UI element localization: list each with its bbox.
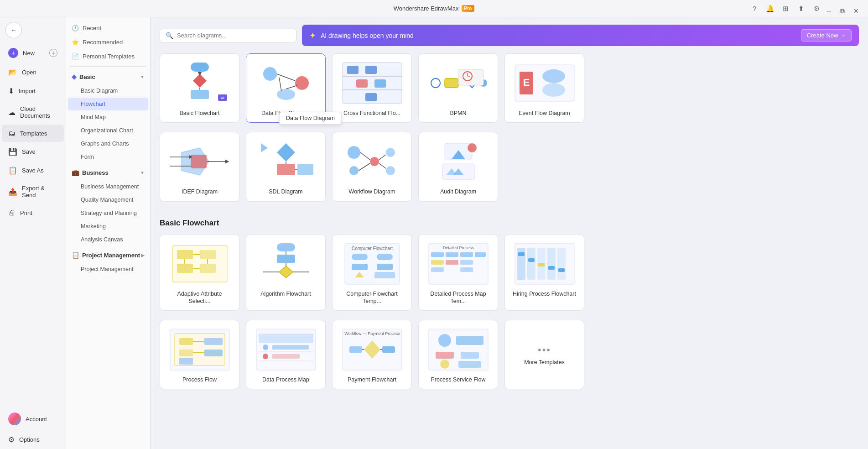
template-workflow[interactable]: Workflow Diagram	[332, 132, 412, 201]
svg-point-50	[386, 166, 395, 175]
svg-rect-81	[352, 264, 368, 270]
template-sdl[interactable]: SDL Diagram	[246, 132, 326, 201]
account-avatar	[8, 412, 21, 425]
svg-rect-92	[431, 267, 444, 272]
svg-rect-110	[179, 350, 193, 356]
svg-point-137	[440, 360, 449, 369]
sidebar-item-new[interactable]: + New +	[2, 43, 64, 63]
basic-chevron-icon: ▼	[140, 74, 145, 79]
help-icon[interactable]: ?	[748, 3, 760, 15]
cat-recommended[interactable]: ⭐ Recommended	[66, 35, 150, 49]
svg-rect-62	[177, 250, 193, 259]
template-basic-flowchart[interactable]: AI Basic Flowchart	[160, 53, 239, 123]
svg-rect-105	[548, 266, 555, 270]
search-box[interactable]: 🔍	[160, 29, 296, 42]
svg-rect-2	[191, 90, 209, 99]
sidebar-item-account[interactable]: Account	[2, 408, 64, 430]
template-data-flow[interactable]: Data Flow Diagram	[246, 53, 326, 123]
sidebar-item-export[interactable]: 📤 Export & Send	[2, 180, 64, 203]
template-img-algorithm	[254, 241, 318, 287]
template-more-label: More Templates	[524, 359, 565, 366]
sidebar-item-open[interactable]: 📂 Open	[2, 63, 64, 81]
sidebar-item-options[interactable]: ⚙ Options	[2, 431, 64, 449]
template-bf7[interactable]: Data Process Map	[246, 320, 326, 389]
cat-flowchart[interactable]: Flowchart	[68, 98, 148, 110]
template-bf6[interactable]: Process Flow	[160, 320, 239, 389]
template-label-bf9: Process Service Flow	[431, 376, 485, 383]
cat-project-mgmt[interactable]: Project Management	[68, 263, 148, 276]
recommended-label: Recommended	[83, 39, 123, 46]
svg-marker-1	[193, 74, 207, 88]
minimize-button[interactable]: ─	[822, 5, 835, 17]
cat-basic-header[interactable]: ◆ Basic ▼	[66, 69, 150, 84]
cat-org-chart[interactable]: Organizational Chart	[68, 124, 148, 137]
notification-icon[interactable]: 🔔	[764, 3, 776, 15]
title-bar: Wondershare EdrawMax Pro ? 🔔 ⊞ ⬆ ⚙	[0, 0, 868, 17]
share-icon[interactable]: ⬆	[795, 3, 807, 15]
flowchart-templates-row1: AI Basic Flowchart Data Flow Diagram	[160, 53, 859, 123]
cat-recent[interactable]: 🕐 Recent	[66, 21, 150, 35]
pro-badge: Pro	[462, 5, 475, 12]
sidebar-item-saveas[interactable]: 📋 Save As	[2, 162, 64, 179]
cat-project-header[interactable]: 📋 Project Management ▶	[66, 248, 150, 262]
template-idef[interactable]: IDEF Diagram	[160, 132, 239, 201]
sidebar-save-label: Save	[22, 148, 36, 155]
cat-strategy[interactable]: Strategy and Planning	[68, 207, 148, 219]
template-more[interactable]: ••• More Templates	[504, 320, 584, 389]
svg-rect-100	[547, 248, 556, 280]
open-icon: 📂	[8, 68, 17, 77]
sidebar-item-import[interactable]: ⬇ Import	[2, 82, 64, 100]
svg-text:Computer Flowchart: Computer Flowchart	[351, 246, 392, 251]
template-audit[interactable]: Audit Diagram	[418, 132, 498, 201]
svg-point-121	[263, 345, 268, 350]
new-icon: +	[8, 48, 18, 58]
cat-analysis[interactable]: Analysis Canvas	[68, 233, 148, 246]
search-input[interactable]	[177, 32, 291, 39]
template-adaptive[interactable]: Adaptive Attribute Selecti...	[160, 234, 239, 311]
templates-icon: 🗂	[8, 129, 16, 137]
cat-marketing[interactable]: Marketing	[68, 220, 148, 233]
basic-section-label: Basic	[79, 73, 95, 80]
more-dots-icon: •••	[538, 344, 551, 356]
cat-graphs-charts[interactable]: Graphs and Charts	[68, 137, 148, 150]
cat-mind-map[interactable]: Mind Map	[68, 111, 148, 124]
cat-section-project: 📋 Project Management ▶ Project Managemen…	[66, 248, 150, 276]
svg-rect-134	[456, 336, 483, 345]
template-label-adaptive: Adaptive Attribute Selecti...	[166, 290, 234, 305]
svg-rect-117	[259, 334, 313, 343]
basic-section-icon: ◆	[72, 73, 77, 80]
sidebar-item-save[interactable]: 💾 Save	[2, 143, 64, 161]
template-label-hiring: Hiring Process Flowchart	[513, 290, 576, 298]
template-img-audit	[426, 139, 490, 184]
cat-personal-templates[interactable]: 📄 Personal Templates	[66, 49, 150, 63]
back-button[interactable]: ←	[5, 22, 22, 38]
maximize-button[interactable]: ⧉	[836, 5, 849, 17]
template-event-flow[interactable]: E Event Flow Diagram	[504, 53, 584, 123]
cat-basic-diagram[interactable]: Basic Diagram	[68, 84, 148, 97]
template-detailed[interactable]: Detailed Process Detailed Process Map Te…	[418, 234, 498, 311]
template-bf8[interactable]: Workflow — Payment Process Payment Flowc…	[332, 320, 412, 389]
template-computer[interactable]: Computer Flowchart Computer Flowchart Te…	[332, 234, 412, 311]
ai-create-button[interactable]: Create Now →	[801, 29, 852, 42]
cat-quality-mgmt[interactable]: Quality Management	[68, 193, 148, 206]
template-bpmn[interactable]: BPMN	[418, 53, 498, 123]
apps-icon[interactable]: ⊞	[780, 3, 791, 15]
close-button[interactable]: ✕	[850, 5, 863, 17]
svg-rect-98	[527, 248, 535, 280]
basic-flowchart-templates: Adaptive Attribute Selecti... Algorithm …	[160, 234, 859, 311]
personal-templates-icon: 📄	[72, 53, 79, 60]
template-hiring[interactable]: Hiring Process Flowchart	[504, 234, 584, 311]
sidebar-item-cloud[interactable]: ☁ Cloud Documents	[2, 101, 64, 124]
template-cross-functional[interactable]: Cross Functional Flo...	[332, 53, 412, 123]
svg-rect-71	[277, 255, 295, 263]
svg-rect-16	[347, 66, 359, 74]
template-bf9[interactable]: Process Service Flow	[418, 320, 498, 389]
svg-rect-82	[377, 264, 393, 270]
sidebar-export-label: Export & Send	[22, 185, 57, 198]
template-algorithm[interactable]: Algorithm Flowchart	[246, 234, 326, 311]
cat-business-header[interactable]: 💼 Business ▼	[66, 165, 150, 180]
sidebar-item-print[interactable]: 🖨 Print	[2, 204, 64, 221]
sidebar-item-templates[interactable]: 🗂 Templates	[2, 125, 64, 142]
cat-business-mgmt[interactable]: Business Management	[68, 180, 148, 193]
cat-form[interactable]: Form	[68, 151, 148, 163]
